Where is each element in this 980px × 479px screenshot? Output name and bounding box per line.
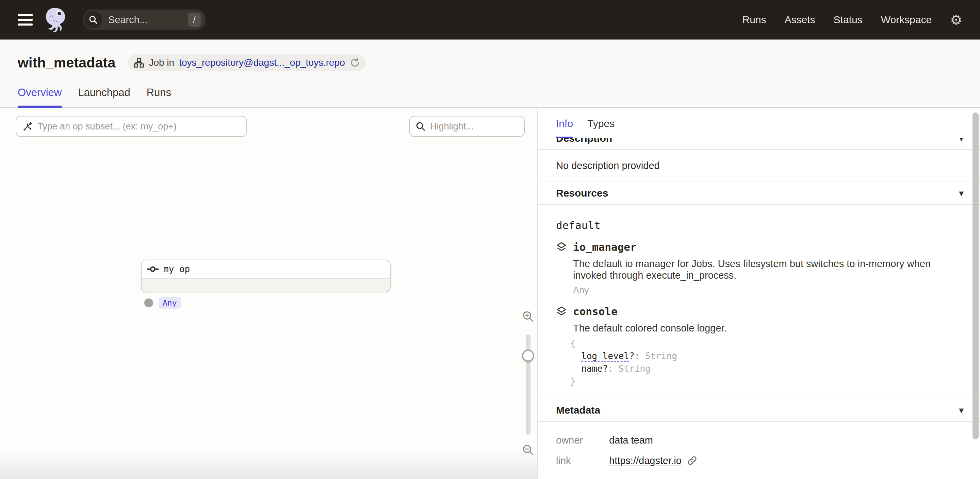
refresh-icon [350,57,360,68]
page-tabs: Overview Launchpad Runs [0,86,980,108]
op-node-my_op[interactable]: my_op [141,260,391,292]
resource-name: console [573,305,617,318]
metadata-table: owner data team link https://dagster.io [538,422,980,477]
panel-scroll-area[interactable]: Description ▼ No description provided Re… [538,138,980,479]
zoom-controls [521,311,535,456]
zoom-in-icon [522,311,534,322]
link-icon [687,455,697,466]
repository-link[interactable]: toys_repository@dagst..._op_toys.repo [179,57,345,68]
dagster-logo[interactable] [43,7,68,33]
panel-scrollbar[interactable] [972,112,978,439]
reload-repository-button[interactable] [350,57,360,68]
op-subset-input[interactable] [37,121,240,132]
schema-key[interactable]: name [581,364,603,374]
gear-icon[interactable]: ⚙ [950,13,962,27]
metadata-value: data team [609,435,653,446]
nav-status[interactable]: Status [834,14,862,26]
search-shortcut-key: / [188,13,201,27]
nav-assets[interactable]: Assets [785,14,815,26]
schema-key[interactable]: log_level [581,351,629,362]
op-output-type-badge[interactable]: Any [159,297,181,309]
resource-config-type: Any [573,285,962,296]
panel-tab-types[interactable]: Types [587,118,614,138]
resource-item-io-manager: io_manager The default io manager for Jo… [556,241,962,296]
op-node-body [142,279,390,292]
resources-section-header[interactable]: Resources ▼ [538,182,980,205]
schema-type[interactable]: String [619,364,651,374]
octopus-icon [43,7,68,33]
resource-group-name: default [556,219,962,232]
metadata-row-link: link https://dagster.io [556,450,962,471]
op-node-header: my_op [142,260,390,279]
zoom-slider-handle[interactable] [522,350,534,362]
job-badge-prefix: Job in [149,57,174,68]
op-output-port[interactable] [144,299,153,307]
tab-overview[interactable]: Overview [18,86,62,107]
description-section-header[interactable]: Description ▼ [538,138,980,150]
op-icon [147,266,159,273]
schema-type[interactable]: String [645,351,677,361]
zoom-in-button[interactable] [522,311,534,322]
resource-name: io_manager [573,241,637,253]
zoom-out-icon [522,444,534,456]
metadata-row-owner: owner data team [556,430,962,450]
panel-tab-info[interactable]: Info [556,118,573,138]
description-heading: Description [556,138,612,144]
chevron-down-icon: ▼ [959,407,964,414]
job-icon [134,57,144,68]
chevron-down-icon: ▼ [959,190,964,197]
resource-description: The default colored console logger. [573,322,962,334]
search-icon [84,11,102,29]
global-search[interactable]: / [83,10,205,30]
metadata-link[interactable]: https://dagster.io [609,455,682,466]
op-graph-pane: my_op Any [0,108,538,479]
hamburger-menu-button[interactable] [18,14,33,26]
tab-runs[interactable]: Runs [147,86,171,107]
resources-heading: Resources [556,187,608,199]
resources-section: Resources ▼ default io_manager The [538,182,980,399]
panel-tabs: Info Types [538,108,980,138]
zoom-slider[interactable] [526,335,530,435]
schema-optional-marker: ? [629,351,635,361]
op-subset-filter [16,116,247,137]
chevron-down-icon: ▼ [959,138,964,142]
metadata-key: link [556,455,609,466]
topbar: / Runs Assets Status Workspace ⚙ [0,0,980,40]
op-selector-icon [22,121,33,131]
page-title: with_metadata [18,55,115,71]
schema-close-brace: } [570,376,576,386]
schema-open-brace: { [570,338,576,348]
tab-launchpad[interactable]: Launchpad [78,86,130,107]
metadata-section: Metadata ▼ owner data team link https://… [538,399,980,477]
metadata-key: owner [556,435,609,446]
page-header: with_metadata Job in toys_repository@dag… [0,40,980,108]
resource-description: The default io manager for Jobs. Uses fi… [573,258,962,281]
zoom-out-button[interactable] [522,444,534,456]
description-section: Description ▼ No description provided [538,138,980,182]
schema-optional-marker: ? [603,364,608,374]
job-location-badge: Job in toys_repository@dagst..._op_toys.… [127,54,366,71]
op-node-name: my_op [163,264,190,274]
highlight-input[interactable] [430,121,518,132]
info-side-panel: Info Types Description ▼ No description … [538,108,980,479]
search-input[interactable] [102,14,188,26]
config-schema: { log_level?: String name?: String } [570,337,962,388]
pane-bottom-shadow [0,448,537,479]
layers-icon [556,306,567,317]
resource-item-console: console The default colored console logg… [556,305,962,388]
metadata-heading: Metadata [556,404,600,416]
highlight-filter [409,116,525,137]
nav-workspace[interactable]: Workspace [881,14,932,26]
layers-icon [556,241,567,252]
main-content: my_op Any [0,108,980,479]
metadata-section-header[interactable]: Metadata ▼ [538,399,980,422]
top-navigation: Runs Assets Status Workspace [742,14,932,26]
highlight-search-icon [416,121,425,131]
description-empty-text: No description provided [538,150,980,182]
nav-runs[interactable]: Runs [742,14,766,26]
